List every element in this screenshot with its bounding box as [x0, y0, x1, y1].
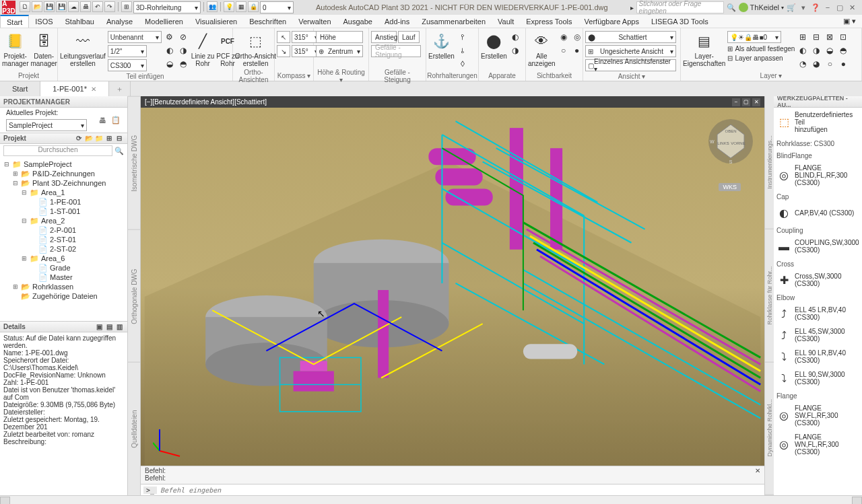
qat-redo-icon[interactable]: ↷: [104, 1, 115, 12]
support-1-icon[interactable]: ⫯: [457, 31, 469, 43]
ribbon-minimize-icon[interactable]: ▣ ▾: [837, 15, 862, 28]
qat-num-combo[interactable]: 0▾: [260, 1, 294, 13]
visual-style-combo[interactable]: ⬤Schattiert▾: [585, 31, 676, 43]
zentrum-combo[interactable]: ⊕Zentrum▾: [316, 45, 363, 57]
view-combo[interactable]: ⊞Ungesicherte Ansicht▾: [585, 45, 676, 57]
help-search-input[interactable]: Stichwort oder Frage eingeben: [636, 1, 724, 13]
layer-match-icon[interactable]: ⊞: [727, 45, 733, 52]
ribbon-tab-lisega-3d-tools[interactable]: LISEGA 3D Tools: [645, 15, 715, 28]
compass-dn-button[interactable]: ↘: [277, 45, 290, 57]
size-combo[interactable]: 1/2"▾: [108, 45, 147, 57]
data-manager-button[interactable]: 🗄Daten- manager: [30, 31, 57, 67]
tp-item-e2[interactable]: ⤴ELL 45,SW,3000 (CS300): [774, 324, 862, 346]
tree-item[interactable]: ⊟📁Area_1: [3, 188, 124, 197]
viewcube[interactable]: OBEN LINKS VORNE S W: [707, 118, 754, 165]
qat-cloud-icon[interactable]: ☁: [68, 1, 79, 12]
lauf-box[interactable]: Lauf: [398, 31, 420, 43]
pm-d1-icon[interactable]: ▣: [94, 322, 104, 331]
help-icon[interactable]: ❓: [811, 3, 820, 12]
tp-custom-part[interactable]: ⬚Benutzerdefiniertes Teil hinzufügen: [774, 108, 862, 137]
qat-save-icon[interactable]: 💾: [44, 1, 55, 12]
ortho-view-button[interactable]: ⬚Ortho-Ansicht erstellen: [235, 31, 276, 67]
minimize-icon[interactable]: −: [823, 3, 832, 12]
ribbon-tab-verwalten[interactable]: Verwalten: [292, 15, 337, 28]
support-create-button[interactable]: ⚓Erstellen: [428, 31, 455, 60]
line-to-pipe-button[interactable]: ╱Linie zu Rohr: [191, 31, 214, 67]
pm-copy-icon[interactable]: 📋: [110, 115, 121, 126]
tab-current[interactable]: 1-PE-001*✕: [40, 81, 109, 96]
tree-item[interactable]: 📄Grade: [3, 263, 124, 273]
layer-t3-icon[interactable]: ⊠: [824, 31, 836, 43]
tree-item[interactable]: 📄2-ST-01: [3, 235, 124, 244]
layer-t10-icon[interactable]: ◕: [810, 58, 822, 70]
support-3-icon[interactable]: ◊: [457, 58, 469, 70]
tree-item[interactable]: ⊞📂Rohrklassen: [3, 282, 124, 291]
maximize-icon[interactable]: ▢: [835, 3, 844, 12]
palette-tab[interactable]: Rohrklasse für Rohr...: [765, 229, 774, 363]
layer-t5-icon[interactable]: ◐: [797, 44, 809, 57]
tp-item-coup[interactable]: ▬COUPLING,SW,3000 (CS300): [774, 236, 862, 257]
layer-match[interactable]: Layer anpassen: [735, 55, 783, 62]
tree-item[interactable]: ⊟📁Area_2: [3, 216, 124, 225]
vis-5-icon[interactable]: ●: [571, 44, 583, 57]
pm-d2-icon[interactable]: ▤: [104, 322, 114, 331]
tree-item[interactable]: 📄1-ST-001: [3, 207, 124, 216]
command-input[interactable]: [160, 487, 762, 494]
fitting-5-icon[interactable]: ◒: [164, 58, 176, 70]
layer-make-current[interactable]: Als aktuell festlegen: [735, 45, 795, 52]
layer-props-button[interactable]: ▤Layer- Eigenschaften: [683, 31, 725, 67]
pm-search-icon[interactable]: 🔍: [114, 147, 124, 155]
pm-i2-icon[interactable]: 📂: [84, 134, 94, 143]
qat-open-icon[interactable]: 📂: [32, 1, 42, 12]
qat-saveas-icon[interactable]: 💾: [56, 1, 67, 12]
tp-item-f1[interactable]: ◎FLANGE SW,FL,RF,300 (CS300): [774, 401, 862, 430]
tp-item-e3[interactable]: ⤵ELL 90 LR,BV,40 (CS300): [774, 346, 862, 367]
tree-item[interactable]: ⊟📂Plant 3D-Zeichnungen: [3, 178, 124, 188]
tree-item[interactable]: 📄Master: [3, 273, 124, 282]
layer-t6-icon[interactable]: ◑: [810, 44, 822, 57]
vp-side-tab[interactable]: Orthogonale DWG: [128, 229, 140, 363]
ribbon-tab-ausgabe[interactable]: Ausgabe: [337, 15, 378, 28]
model-viewport[interactable]: OBEN LINKS VORNE S W WKS ↖: [141, 108, 764, 466]
infocenter-icon[interactable]: ▾: [799, 3, 808, 12]
cmd-close-icon[interactable]: ✕: [755, 467, 760, 474]
spec-combo-1[interactable]: Unbenannt▾: [108, 31, 162, 43]
close-icon[interactable]: ✕: [847, 3, 857, 12]
layer-t1-icon[interactable]: ⊞: [797, 31, 809, 43]
ribbon-tab-start[interactable]: Start: [0, 15, 29, 28]
tree-item[interactable]: 📄2-ST-02: [3, 244, 124, 254]
tp-item-cap[interactable]: ◐CAP,BV,40 (CS300): [774, 202, 862, 223]
layer-t12-icon[interactable]: ●: [837, 58, 849, 70]
equip-1-icon[interactable]: ◐: [509, 31, 521, 43]
scroll-track[interactable]: [10, 497, 852, 505]
qat-bulb-icon[interactable]: 💡: [224, 1, 234, 12]
pm-project-combo[interactable]: SampleProject▾: [6, 119, 87, 131]
fitting-2-icon[interactable]: ⊘: [177, 31, 189, 43]
vis-2-icon[interactable]: ◎: [571, 31, 583, 43]
fitting-3-icon[interactable]: ◐: [164, 44, 176, 57]
ribbon-tab-beschriften[interactable]: Beschriften: [243, 15, 292, 28]
hoehe-button[interactable]: Höhe: [316, 31, 363, 43]
fitting-6-icon[interactable]: ◓: [177, 58, 189, 70]
tab-close-icon[interactable]: ✕: [91, 85, 96, 93]
viewport-combo[interactable]: ▢Einzelnes Ansichtsfenster ▾: [585, 59, 676, 71]
vp-side-tab[interactable]: Quelldateien: [128, 362, 140, 495]
vis-1-icon[interactable]: ◉: [558, 31, 570, 43]
ribbon-tab-express-tools[interactable]: Express Tools: [520, 15, 578, 28]
layer-adjust-icon[interactable]: ⊟: [727, 55, 733, 62]
fitting-4-icon[interactable]: ◑: [177, 44, 189, 57]
ribbon-tab-add-ins[interactable]: Add-ins: [378, 15, 416, 28]
palette-tab[interactable]: Dynamische Rohrkl...: [765, 362, 774, 495]
viewport-label[interactable]: [−][Benutzerdefinierte Ansicht][Schattie…: [145, 98, 267, 106]
palette-tab[interactable]: Instrumentierungs...: [765, 96, 774, 229]
fitting-1-icon[interactable]: ⚙: [164, 31, 176, 43]
vp-min-icon[interactable]: −: [732, 98, 740, 106]
ribbon-tab-modellieren[interactable]: Modellieren: [139, 15, 189, 28]
layer-combo[interactable]: 💡☀🔒🖶■0▾: [727, 31, 781, 43]
qat-layer-icon[interactable]: ▦: [236, 1, 246, 12]
tp-item-e1[interactable]: ⤴ELL 45 LR,BV,40 (CS300): [774, 303, 862, 324]
pm-i1-icon[interactable]: ⟳: [74, 134, 84, 143]
layer-t9-icon[interactable]: ◔: [797, 58, 809, 70]
app-exchange-icon[interactable]: 🛒: [787, 3, 796, 12]
qat-lock-icon[interactable]: 🔒: [248, 1, 259, 12]
